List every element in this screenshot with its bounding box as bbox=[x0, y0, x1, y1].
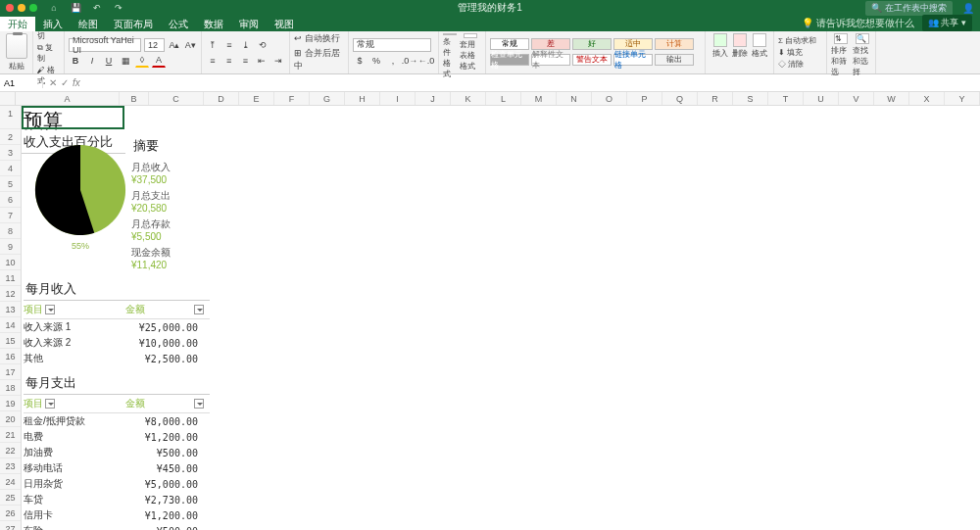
inc-decimal-icon[interactable]: .0→ bbox=[403, 54, 416, 68]
col-header-J[interactable]: J bbox=[416, 92, 451, 105]
merge-button[interactable]: ⊞ 合并后居中 bbox=[294, 47, 344, 72]
delete-cells-button[interactable]: 删除 bbox=[732, 33, 748, 72]
filter-dropdown-icon[interactable] bbox=[45, 399, 55, 409]
row-header-25[interactable]: 25 bbox=[0, 490, 21, 506]
col-header-P[interactable]: P bbox=[627, 92, 662, 105]
col-header-K[interactable]: K bbox=[451, 92, 486, 105]
col-header-B[interactable]: B bbox=[120, 92, 149, 105]
col-header-Q[interactable]: Q bbox=[662, 92, 698, 105]
col-header-O[interactable]: O bbox=[592, 92, 627, 105]
row-header-21[interactable]: 21 bbox=[0, 427, 21, 443]
undo-icon[interactable]: ↶ bbox=[90, 1, 104, 15]
row-header-6[interactable]: 6 bbox=[0, 192, 21, 208]
table-row[interactable]: 加油费¥500.00 bbox=[24, 445, 210, 460]
currency-icon[interactable]: $ bbox=[353, 54, 367, 68]
name-box[interactable]: A1 bbox=[0, 78, 43, 88]
row-header-14[interactable]: 14 bbox=[0, 317, 21, 333]
col-header-M[interactable]: M bbox=[521, 92, 557, 105]
align-center-icon[interactable]: ≡ bbox=[222, 54, 236, 68]
cell-style-警告文本[interactable]: 警告文本 bbox=[572, 54, 612, 66]
indent-inc-icon[interactable]: ⇥ bbox=[271, 54, 285, 68]
cell-style-链接单元格[interactable]: 链接单元格 bbox=[613, 54, 653, 66]
row-header-8[interactable]: 8 bbox=[0, 223, 21, 239]
col-header-G[interactable]: G bbox=[310, 92, 345, 105]
fill-color-button[interactable]: ◊ bbox=[135, 54, 149, 68]
dec-decimal-icon[interactable]: ←.0 bbox=[419, 54, 433, 68]
cell-style-检查单元格[interactable]: 检查单元格 bbox=[490, 54, 529, 66]
search-input[interactable]: 🔍 在工作表中搜索 bbox=[865, 1, 953, 16]
row-header-27[interactable]: 27 bbox=[0, 521, 21, 530]
home-icon[interactable]: ⌂ bbox=[47, 1, 61, 15]
filter-dropdown-icon[interactable] bbox=[45, 305, 55, 314]
user-icon[interactable]: 👤 bbox=[962, 3, 974, 14]
align-left-icon[interactable]: ≡ bbox=[206, 54, 220, 68]
table-row[interactable]: 车险¥500.00 bbox=[24, 523, 210, 530]
paste-icon[interactable] bbox=[6, 33, 27, 59]
align-top-icon[interactable]: ⤒ bbox=[206, 38, 220, 52]
col-header-F[interactable]: F bbox=[274, 92, 310, 105]
align-middle-icon[interactable]: ≡ bbox=[222, 38, 236, 52]
row-header-11[interactable]: 11 bbox=[0, 270, 21, 286]
row-header-17[interactable]: 17 bbox=[0, 364, 21, 380]
col-header-U[interactable]: U bbox=[804, 92, 839, 105]
col-header-W[interactable]: W bbox=[874, 92, 909, 105]
row-header-7[interactable]: 7 bbox=[0, 208, 21, 223]
align-bottom-icon[interactable]: ⤓ bbox=[239, 38, 253, 52]
col-header-I[interactable]: I bbox=[380, 92, 416, 105]
tab-页面布局[interactable]: 页面布局 bbox=[106, 17, 161, 31]
bold-button[interactable]: B bbox=[69, 54, 82, 68]
row-header-20[interactable]: 20 bbox=[0, 411, 21, 427]
cell-style-计算[interactable]: 计算 bbox=[655, 38, 694, 50]
col-header-S[interactable]: S bbox=[733, 92, 768, 105]
tab-开始[interactable]: 开始 bbox=[0, 17, 35, 31]
row-header-15[interactable]: 15 bbox=[0, 333, 21, 349]
filter-dropdown-icon[interactable] bbox=[194, 305, 204, 314]
italic-button[interactable]: I bbox=[85, 54, 99, 68]
tab-绘图[interactable]: 绘图 bbox=[71, 17, 106, 31]
row-header-12[interactable]: 12 bbox=[0, 286, 21, 302]
border-button[interactable]: ▦ bbox=[119, 54, 132, 68]
filter-dropdown-icon[interactable] bbox=[194, 399, 204, 409]
row-header-16[interactable]: 16 bbox=[0, 349, 21, 364]
sort-filter-button[interactable]: ⇅排序和筛选 bbox=[831, 33, 850, 72]
cell-style-输出[interactable]: 输出 bbox=[655, 54, 694, 66]
cancel-formula-icon[interactable]: ✕ bbox=[49, 77, 57, 88]
row-header-19[interactable]: 19 bbox=[0, 396, 21, 411]
tab-视图[interactable]: 视图 bbox=[267, 17, 302, 31]
worksheet[interactable]: 1234567891011121314151617181920212223242… bbox=[0, 106, 980, 530]
underline-button[interactable]: U bbox=[102, 54, 116, 68]
tab-插入[interactable]: 插入 bbox=[35, 17, 71, 31]
align-right-icon[interactable]: ≡ bbox=[239, 54, 253, 68]
row-header-4[interactable]: 4 bbox=[0, 161, 21, 176]
font-size-select[interactable]: 12 bbox=[144, 38, 165, 52]
row-header-26[interactable]: 26 bbox=[0, 506, 21, 521]
col-header-Y[interactable]: Y bbox=[945, 92, 980, 105]
conditional-format-button[interactable]: 条件格式 bbox=[443, 33, 457, 72]
paste-button[interactable]: 粘贴 bbox=[9, 61, 24, 72]
percent-icon[interactable]: % bbox=[369, 54, 383, 68]
cell-styles-gallery[interactable]: 常规差好适中计算检查单元格解释性文本警告文本链接单元格输出 bbox=[486, 31, 706, 73]
row-header-9[interactable]: 9 bbox=[0, 239, 21, 255]
col-header-E[interactable]: E bbox=[239, 92, 274, 105]
tab-审阅[interactable]: 审阅 bbox=[231, 17, 267, 31]
tell-me[interactable]: 💡 请告诉我您想要做什么 bbox=[802, 17, 914, 30]
insert-cells-button[interactable]: 插入 bbox=[712, 33, 728, 72]
close-icon[interactable] bbox=[6, 4, 14, 12]
row-header-5[interactable]: 5 bbox=[0, 176, 21, 192]
redo-icon[interactable]: ↷ bbox=[112, 1, 125, 15]
fx-icon[interactable]: fx bbox=[73, 77, 80, 88]
cell-style-好[interactable]: 好 bbox=[572, 38, 612, 50]
col-header-C[interactable]: C bbox=[149, 92, 204, 105]
save-icon[interactable]: 💾 bbox=[69, 1, 82, 15]
increase-font-icon[interactable]: A▴ bbox=[168, 38, 180, 52]
pie-chart[interactable]: 55% bbox=[33, 143, 127, 251]
col-header-T[interactable]: T bbox=[768, 92, 804, 105]
comma-icon[interactable]: , bbox=[386, 54, 400, 68]
tab-数据[interactable]: 数据 bbox=[196, 17, 231, 31]
indent-dec-icon[interactable]: ⇤ bbox=[255, 54, 269, 68]
autosum-button[interactable]: Σ 自动求和 bbox=[778, 35, 822, 46]
table-row[interactable]: 移动电话¥450.00 bbox=[24, 460, 210, 476]
col-header-X[interactable]: X bbox=[909, 92, 945, 105]
table-row[interactable]: 日用杂货¥5,000.00 bbox=[24, 476, 210, 492]
col-header-V[interactable]: V bbox=[839, 92, 874, 105]
